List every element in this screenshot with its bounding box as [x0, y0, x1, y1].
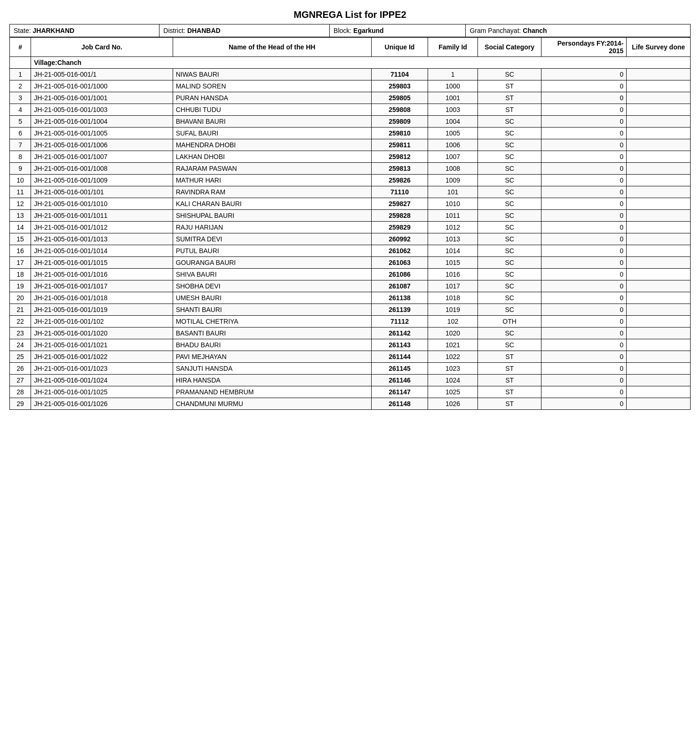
cell-social: SC	[477, 175, 541, 186]
cell-name: CHHUBI TUDU	[173, 104, 371, 116]
cell-unique: 259813	[371, 163, 428, 175]
cell-num: 3	[10, 92, 31, 104]
cell-family: 1007	[428, 151, 478, 163]
cell-name: LAKHAN DHOBI	[173, 151, 371, 163]
cell-persondays: 0	[541, 328, 627, 339]
cell-social: SC	[477, 116, 541, 128]
cell-life	[627, 92, 691, 104]
cell-unique: 259808	[371, 104, 428, 116]
cell-life	[627, 386, 691, 398]
cell-social: SC	[477, 69, 541, 80]
cell-unique: 261062	[371, 245, 428, 257]
cell-jobcard: JH-21-005-016-001/1012	[31, 222, 173, 233]
cell-life	[627, 222, 691, 233]
cell-jobcard: JH-21-005-016-001/1024	[31, 375, 173, 386]
cell-num: 16	[10, 245, 31, 257]
table-row: 2JH-21-005-016-001/1000MALIND SOREN25980…	[10, 80, 691, 92]
cell-num: 14	[10, 222, 31, 233]
cell-name: PRAMANAND HEMBRUM	[173, 386, 371, 398]
cell-life	[627, 245, 691, 257]
cell-name: BHAVANI BAURI	[173, 116, 371, 128]
cell-life	[627, 186, 691, 198]
cell-life	[627, 304, 691, 316]
table-row: 28JH-21-005-016-001/1025PRAMANAND HEMBRU…	[10, 386, 691, 398]
cell-life	[627, 375, 691, 386]
cell-persondays: 0	[541, 280, 627, 292]
cell-family: 1025	[428, 386, 478, 398]
cell-num: 4	[10, 104, 31, 116]
cell-jobcard: JH-21-005-016-001/1010	[31, 198, 173, 210]
table-row: 21JH-21-005-016-001/1019SHANTI BAURI2611…	[10, 304, 691, 316]
cell-social: SC	[477, 328, 541, 339]
page-container: MGNREGA List for IPPE2 State: JHARKHAND …	[0, 0, 700, 419]
cell-persondays: 0	[541, 304, 627, 316]
cell-family: 1000	[428, 80, 478, 92]
cell-num: 8	[10, 151, 31, 163]
cell-social: ST	[477, 375, 541, 386]
cell-num: 5	[10, 116, 31, 128]
cell-life	[627, 151, 691, 163]
cell-num: 24	[10, 339, 31, 351]
cell-persondays: 0	[541, 339, 627, 351]
cell-persondays: 0	[541, 104, 627, 116]
cell-social: SC	[477, 245, 541, 257]
table-row: 6JH-21-005-016-001/1005SUFAL BAURI259810…	[10, 128, 691, 139]
cell-name: PAVI MEJHAYAN	[173, 351, 371, 363]
cell-jobcard: JH-21-005-016-001/1020	[31, 328, 173, 339]
cell-jobcard: JH-21-005-016-001/1017	[31, 280, 173, 292]
table-row: 16JH-21-005-016-001/1014PUTUL BAURI26106…	[10, 245, 691, 257]
cell-num: 25	[10, 351, 31, 363]
cell-name: SHIVA BAURI	[173, 269, 371, 280]
cell-name: MALIND SOREN	[173, 80, 371, 92]
cell-num: 19	[10, 280, 31, 292]
cell-name: HIRA HANSDA	[173, 375, 371, 386]
cell-num: 7	[10, 139, 31, 151]
cell-family: 1018	[428, 292, 478, 304]
cell-family: 1012	[428, 222, 478, 233]
col-header-unique: Unique Id	[371, 38, 428, 57]
cell-name: PUTUL BAURI	[173, 245, 371, 257]
cell-social: OTH	[477, 316, 541, 328]
cell-num: 2	[10, 80, 31, 92]
cell-unique: 260992	[371, 233, 428, 245]
cell-life	[627, 163, 691, 175]
cell-jobcard: JH-21-005-016-001/1005	[31, 128, 173, 139]
cell-social: SC	[477, 186, 541, 198]
cell-persondays: 0	[541, 116, 627, 128]
cell-persondays: 0	[541, 198, 627, 210]
cell-num: 15	[10, 233, 31, 245]
table-row: 7JH-21-005-016-001/1006MAHENDRA DHOBI259…	[10, 139, 691, 151]
state-label: State:	[14, 27, 31, 34]
cell-life	[627, 210, 691, 222]
cell-family: 1023	[428, 363, 478, 375]
cell-family: 1022	[428, 351, 478, 363]
col-header-family: Family Id	[428, 38, 478, 57]
table-row: 29JH-21-005-016-001/1026CHANDMUNI MURMU2…	[10, 398, 691, 410]
cell-persondays: 0	[541, 92, 627, 104]
table-row: 10JH-21-005-016-001/1009MATHUR HARI25982…	[10, 175, 691, 186]
gp-label: Gram Panchayat:	[469, 27, 521, 34]
cell-unique: 259812	[371, 151, 428, 163]
table-row: 4JH-21-005-016-001/1003CHHUBI TUDU259808…	[10, 104, 691, 116]
cell-jobcard: JH-21-005-016-001/1025	[31, 386, 173, 398]
cell-unique: 259810	[371, 128, 428, 139]
cell-social: ST	[477, 80, 541, 92]
main-table: # Job Card No. Name of the Head of the H…	[9, 37, 691, 410]
table-row: 1JH-21-005-016-001/1NIWAS BAURI711041SC0	[10, 69, 691, 80]
cell-family: 1001	[428, 92, 478, 104]
cell-family: 1026	[428, 398, 478, 410]
table-row: 14JH-21-005-016-001/1012RAJU HARIJAN2598…	[10, 222, 691, 233]
cell-unique: 259809	[371, 116, 428, 128]
cell-life	[627, 280, 691, 292]
cell-family: 1017	[428, 280, 478, 292]
cell-unique: 259826	[371, 175, 428, 186]
table-row: 11JH-21-005-016-001/101RAVINDRA RAM71110…	[10, 186, 691, 198]
cell-persondays: 0	[541, 398, 627, 410]
cell-family: 1020	[428, 328, 478, 339]
block-value: Egarkund	[353, 27, 384, 34]
cell-family: 1014	[428, 245, 478, 257]
cell-unique: 261144	[371, 351, 428, 363]
block-label: Block:	[334, 27, 351, 34]
cell-name: RAJARAM PASWAN	[173, 163, 371, 175]
cell-family: 1015	[428, 257, 478, 269]
